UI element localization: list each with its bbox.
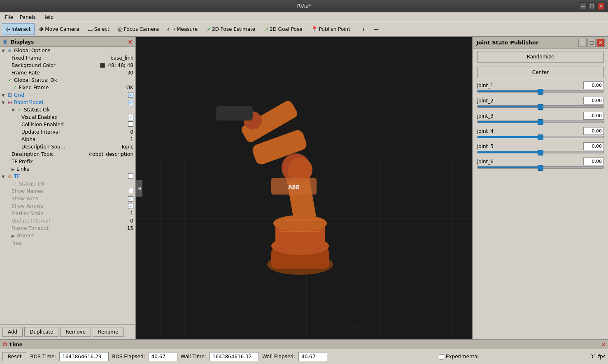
move-camera-label: Move Camera <box>45 26 79 32</box>
tool-minus[interactable]: — <box>370 23 382 35</box>
displays-panel-icon: ▣ <box>2 39 7 45</box>
frame-rate-label: Frame Rate <box>12 70 126 76</box>
tree-tf-prefix: TF Prefix <box>0 158 135 165</box>
viewport-canvas[interactable]: ABB <box>136 37 501 339</box>
robot-model-arrow[interactable]: ▼ <box>2 100 7 105</box>
wall-elapsed-input[interactable] <box>298 352 327 361</box>
viewport[interactable]: ◀ <box>136 37 501 339</box>
wall-time-input[interactable] <box>210 352 259 361</box>
tree-frames[interactable]: ▶ Frames <box>0 232 135 239</box>
maximize-button[interactable]: □ <box>588 2 596 10</box>
jsp-minimize-button[interactable]: — <box>578 39 587 47</box>
pose-estimate-label: 2D Pose Estimate <box>212 26 255 32</box>
global-ff-label: Fixed Frame <box>19 85 125 90</box>
tree-links[interactable]: ▶ Links <box>0 165 135 173</box>
time-close-button[interactable]: ✕ <box>601 342 606 348</box>
show-arrows-cb[interactable] <box>128 203 133 209</box>
global-options-arrow[interactable]: ▼ <box>2 49 7 53</box>
jsp-joint-4: joint_4 <box>477 127 604 138</box>
frames-arrow[interactable]: ▶ <box>12 234 16 238</box>
tf-arrow[interactable]: ▼ <box>2 174 7 179</box>
experimental-checkbox[interactable] <box>439 354 444 359</box>
jsp-joint-4-value[interactable] <box>583 127 604 135</box>
tree-fixed-frame: Fixed Frame base_link <box>0 54 135 62</box>
reset-button[interactable]: Reset <box>2 352 27 361</box>
tree-global-options[interactable]: ▼ ⚙ Global Options <box>0 47 135 54</box>
grid-arrow[interactable]: ▼ <box>2 93 7 97</box>
tree-grid[interactable]: ▼ ⊞ Grid <box>0 91 135 99</box>
displays-close-button[interactable]: ✕ <box>128 39 133 45</box>
jsp-joint-5-value[interactable] <box>583 142 604 150</box>
jsp-close-button[interactable]: ✕ <box>596 39 605 47</box>
ros-elapsed-input[interactable] <box>149 352 177 361</box>
tree-show-names: Show Names <box>0 188 135 195</box>
rename-button[interactable]: Rename <box>93 327 123 337</box>
interact-icon: ⊹ <box>5 26 10 32</box>
menu-file[interactable]: File <box>2 14 16 21</box>
menu-panels[interactable]: Panels <box>16 14 39 21</box>
jsp-joint-3-track[interactable] <box>477 121 604 123</box>
tree-background-color: Background Color 48; 48; 48 <box>0 62 135 69</box>
jsp-joint-4-track[interactable] <box>477 136 604 138</box>
tree-global-status[interactable]: ✓ Global Status: Ok <box>0 77 135 84</box>
tool-interact[interactable]: ⊹ Interact <box>2 23 35 35</box>
jsp-maximize-button[interactable]: □ <box>587 39 596 47</box>
tool-measure[interactable]: ⟺ Measure <box>163 23 201 35</box>
show-names-cb[interactable] <box>128 188 133 195</box>
menu-bar: File Panels Help <box>0 12 608 22</box>
jsp-joint-1-track[interactable] <box>477 90 604 93</box>
jsp-joint-3-value[interactable] <box>583 112 604 120</box>
jsp-center-button[interactable]: Center <box>477 67 604 78</box>
fixed-frame-label: Fixed Frame <box>12 55 109 61</box>
grid-checkbox[interactable] <box>128 92 133 98</box>
jsp-joint-2-value[interactable] <box>583 97 604 104</box>
tool-publish-point[interactable]: 📍 Publish Point <box>307 23 354 35</box>
tool-add[interactable]: + <box>358 23 369 35</box>
experimental-label: Experimental <box>446 354 479 359</box>
menu-help[interactable]: Help <box>39 14 57 21</box>
jsp-header: Joint State Publisher — □ ✕ <box>473 37 608 49</box>
status-arrow[interactable]: ▼ <box>12 108 16 112</box>
tree-frame-timeout: Frame Timeout 15 <box>0 225 135 232</box>
duplicate-button[interactable]: Duplicate <box>24 327 58 337</box>
jsp-joint-2-track[interactable] <box>477 105 604 108</box>
jsp-randomize-button[interactable]: Randomize <box>477 51 604 63</box>
jsp-joint-6-name: joint_6 <box>477 159 494 165</box>
tool-2d-goal-pose[interactable]: ↗ 2D Goal Pose <box>260 23 306 35</box>
jsp-joint-4-name: joint_4 <box>477 128 494 134</box>
tree-robot-model[interactable]: ▼ ⊞ RobotModel <box>0 99 135 106</box>
jsp-joint-6-value[interactable] <box>583 158 604 165</box>
tool-select[interactable]: ▭ Select <box>84 23 113 35</box>
links-arrow[interactable]: ▶ <box>12 167 16 172</box>
remove-button[interactable]: Remove <box>60 327 91 337</box>
jsp-joint-3-thumb[interactable] <box>538 119 543 125</box>
minus-icon: — <box>374 26 379 32</box>
tool-2d-pose-estimate[interactable]: ↗ 2D Pose Estimate <box>202 23 259 35</box>
ros-time-input[interactable] <box>59 352 109 361</box>
show-axes-cb[interactable] <box>128 196 133 202</box>
jsp-joint-6-track[interactable] <box>477 166 604 169</box>
jsp-joint-5-thumb[interactable] <box>538 150 543 155</box>
tool-move-camera[interactable]: ✥ Move Camera <box>35 23 83 35</box>
tf-checkbox[interactable] <box>128 173 133 180</box>
time-panel-content: Reset ROS Time: ROS Elapsed: Wall Time: … <box>0 349 608 364</box>
collapse-left-button[interactable]: ◀ <box>136 180 142 197</box>
global-ff-icon: ✓ <box>12 85 18 90</box>
jsp-joint-1-thumb[interactable] <box>538 89 543 95</box>
collision-enabled-cb[interactable] <box>128 121 133 128</box>
visual-enabled-cb[interactable] <box>128 114 133 120</box>
robot-model-checkbox[interactable] <box>128 100 133 105</box>
tree-tf[interactable]: ▼ ⚙ TF <box>0 173 135 180</box>
tool-focus-camera[interactable]: ◎ Focus Camera <box>114 23 163 35</box>
close-button[interactable]: ✕ <box>597 2 605 10</box>
minimize-button[interactable]: — <box>579 2 587 10</box>
grid-label: Grid <box>14 92 128 98</box>
wall-time-label: Wall Time: <box>181 354 206 359</box>
jsp-joint-1-value[interactable] <box>583 81 604 89</box>
add-button[interactable]: Add <box>2 327 23 337</box>
jsp-joint-5-track[interactable] <box>477 151 604 153</box>
jsp-joint-6-thumb[interactable] <box>538 165 543 171</box>
jsp-joint-2-thumb[interactable] <box>538 104 543 110</box>
jsp-joint-3-header: joint_3 <box>477 112 604 120</box>
jsp-joint-4-thumb[interactable] <box>538 134 543 140</box>
